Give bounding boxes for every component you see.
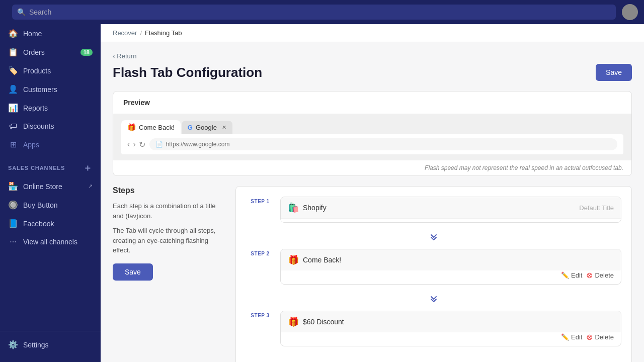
sidebar-item-online-store[interactable]: 🏪 Online Store ↗ xyxy=(0,177,101,196)
steps-desc1: Each step is a combination of a title an… xyxy=(113,201,223,221)
sidebar: 🏠 Home 📋 Orders 18 🏷️ Products 👤 Custome… xyxy=(0,24,101,362)
step2-title: Come Back! xyxy=(303,256,341,264)
apps-icon: ⊞ xyxy=(8,140,18,149)
sidebar-item-label: Home xyxy=(23,30,42,38)
nav-buttons: ‹ › ↻ xyxy=(127,140,145,149)
step3-actions: ✏️ Edit ⊗ Delete xyxy=(281,332,621,346)
back-link-label: Return xyxy=(117,52,136,60)
sidebar-item-home[interactable]: 🏠 Home xyxy=(0,24,101,43)
step1-label: STEP 1 xyxy=(251,199,269,204)
avatar[interactable] xyxy=(622,4,638,20)
sidebar-item-label: Products xyxy=(23,67,51,75)
chevron-down-2 xyxy=(246,291,621,311)
sidebar-item-products[interactable]: 🏷️ Products xyxy=(0,61,101,80)
browser-tab-1[interactable]: 🎁 Come Back! xyxy=(121,120,181,134)
sidebar-item-buy-button[interactable]: 🔘 Buy Button xyxy=(0,196,101,214)
tab2-close-icon[interactable]: ✕ xyxy=(222,124,226,131)
step3-edit-button[interactable]: ✏️ Edit xyxy=(561,333,582,341)
step2-actions: ✏️ Edit ⊗ Delete xyxy=(281,270,621,284)
buy-button-icon: 🔘 xyxy=(8,200,18,210)
step3-header: 🎁 $60 Discount xyxy=(281,311,621,332)
forward-nav-icon[interactable]: › xyxy=(133,140,135,149)
browser-mockup: 🎁 Come Back! G Google ✕ ‹ › xyxy=(113,114,631,160)
sidebar-item-label: Discounts xyxy=(23,122,54,130)
edit-icon: ✏️ xyxy=(561,272,569,279)
step1-header: 🛍️ Shopify Default Title xyxy=(281,197,621,218)
home-icon: 🏠 xyxy=(8,29,18,38)
save-button-steps[interactable]: Save xyxy=(113,263,153,281)
edit-icon-3: ✏️ xyxy=(561,333,569,341)
sidebar-item-label: Facebook xyxy=(23,220,54,228)
facebook-icon: 📘 xyxy=(8,219,18,228)
more-icon: ··· xyxy=(8,237,18,246)
products-icon: 🏷️ xyxy=(8,66,18,75)
sidebar-item-label: View all channels xyxy=(23,238,77,246)
page-icon: 📄 xyxy=(155,141,163,148)
preview-card-header: Preview xyxy=(113,92,631,114)
orders-icon: 📋 xyxy=(8,47,18,57)
step-2-row: STEP 2 🎁 Come Back! ✏️ xyxy=(246,249,621,291)
step3-delete-button[interactable]: ⊗ Delete xyxy=(586,332,614,342)
main-content: Recover / Flashing Tab ‹ Return Flash Ta… xyxy=(101,24,644,362)
step1-favicon: 🛍️ xyxy=(288,202,299,213)
url-text: https://www.google.com xyxy=(166,141,230,148)
orders-badge: 18 xyxy=(80,49,93,56)
step2-delete-button[interactable]: ⊗ Delete xyxy=(586,270,614,280)
search-wrap: 🔍 xyxy=(12,5,616,20)
breadcrumb-current: Flashing Tab xyxy=(145,29,182,37)
step1-card: 🛍️ Shopify Default Title xyxy=(280,197,621,223)
sales-channels-section: SALES CHANNELS ＋ xyxy=(0,154,101,177)
steps-title: Steps xyxy=(113,186,223,195)
sidebar-item-reports[interactable]: 📊 Reports xyxy=(0,99,101,117)
steps-description: Steps Each step is a combination of a ti… xyxy=(113,186,223,281)
step-3-row: STEP 3 🎁 $60 Discount ✏️ xyxy=(246,311,621,352)
sidebar-item-label: Customers xyxy=(23,85,57,94)
sidebar-item-settings[interactable]: ⚙️ Settings xyxy=(0,335,101,354)
sidebar-item-facebook[interactable]: 📘 Facebook xyxy=(0,214,101,233)
sidebar-item-orders[interactable]: 📋 Orders 18 xyxy=(0,43,101,61)
tab1-favicon: 🎁 xyxy=(127,123,136,131)
breadcrumb: Recover / Flashing Tab xyxy=(101,24,644,42)
sidebar-item-label: Online Store xyxy=(23,183,62,191)
step1-default-title: Default Title xyxy=(579,204,614,212)
reload-icon[interactable]: ↻ xyxy=(139,140,145,149)
back-link[interactable]: ‹ Return xyxy=(113,52,632,60)
search-icon: 🔍 xyxy=(17,8,26,16)
online-store-icon: 🏪 xyxy=(8,182,18,191)
sidebar-item-label: Buy Button xyxy=(23,201,58,209)
search-input[interactable] xyxy=(12,5,616,20)
sidebar-item-view-all-channels[interactable]: ··· View all channels xyxy=(0,233,101,251)
sidebar-item-apps[interactable]: ⊞ Apps xyxy=(0,135,101,154)
flash-note: Flash speed may not represent the real s… xyxy=(113,160,631,175)
steps-desc2: The Tab will cycle through all steps, cr… xyxy=(113,226,223,255)
sidebar-item-customers[interactable]: 👤 Customers xyxy=(0,80,101,99)
reports-icon: 📊 xyxy=(8,103,18,113)
sidebar-item-discounts[interactable]: 🏷 Discounts xyxy=(0,117,101,135)
step1-title: Shopify xyxy=(303,204,327,212)
url-bar[interactable]: 📄 https://www.google.com xyxy=(149,138,617,150)
topbar: 🔍 xyxy=(0,0,644,24)
save-button-main[interactable]: Save xyxy=(596,64,632,81)
settings-icon: ⚙️ xyxy=(8,340,18,349)
step2-edit-button[interactable]: ✏️ Edit xyxy=(561,272,582,279)
page-header: Flash Tab Configuration Save xyxy=(113,64,632,81)
step3-label: STEP 3 xyxy=(251,313,269,318)
step2-header: 🎁 Come Back! xyxy=(281,249,621,270)
add-channel-button[interactable]: ＋ xyxy=(83,162,93,174)
customers-icon: 👤 xyxy=(8,84,18,94)
tab1-label: Come Back! xyxy=(139,124,175,131)
step2-card: 🎁 Come Back! ✏️ Edit ⊗ xyxy=(280,249,621,285)
breadcrumb-parent[interactable]: Recover xyxy=(113,29,137,37)
page-title: Flash Tab Configuration xyxy=(113,65,262,80)
back-nav-icon[interactable]: ‹ xyxy=(127,140,130,149)
steps-layout: Steps Each step is a combination of a ti… xyxy=(113,186,632,362)
step2-favicon: 🎁 xyxy=(288,254,299,265)
breadcrumb-separator: / xyxy=(140,29,142,37)
tab2-favicon: G xyxy=(188,124,193,131)
browser-tab-2[interactable]: G Google ✕ xyxy=(182,121,232,134)
sidebar-item-label: Settings xyxy=(23,341,49,349)
sidebar-item-label: Orders xyxy=(23,48,45,56)
browser-tabs-row: 🎁 Come Back! G Google ✕ xyxy=(121,120,623,134)
step3-favicon: 🎁 xyxy=(288,316,299,327)
back-chevron-icon: ‹ xyxy=(113,52,115,60)
